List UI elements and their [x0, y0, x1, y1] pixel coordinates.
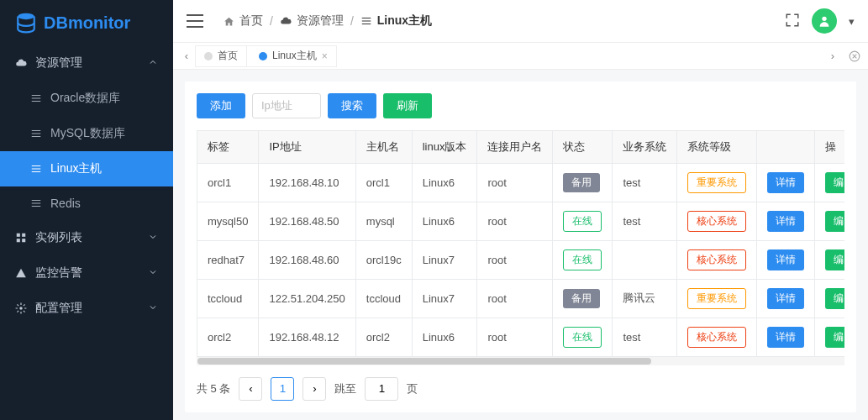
detail-button[interactable]: 详情: [767, 249, 804, 270]
level-badge: 核心系统: [687, 211, 746, 232]
logo-text: DBmonitor: [44, 13, 130, 33]
svg-rect-3: [17, 239, 20, 242]
table-header: 主机名: [355, 130, 412, 163]
cloud-icon: [15, 57, 27, 69]
table-header: 系统等级: [677, 130, 757, 163]
tabbar: ‹ 首页Linux主机× ›: [173, 43, 868, 70]
submenu-item[interactable]: Redis: [0, 186, 173, 220]
tab[interactable]: 首页: [196, 45, 247, 67]
breadcrumb-label: Linux主机: [377, 13, 432, 29]
submenu-item[interactable]: Linux主机: [0, 151, 173, 186]
cell-ip: 122.51.204.250: [259, 279, 355, 318]
tab[interactable]: Linux主机×: [250, 45, 336, 67]
search-button[interactable]: 搜索: [328, 93, 376, 118]
cell-tag: orcl2: [197, 318, 259, 356]
cell-level: 核心系统: [677, 202, 757, 240]
avatar[interactable]: [812, 8, 837, 34]
cell-level: 核心系统: [677, 240, 757, 279]
cell-version: Linux7: [412, 279, 477, 318]
menu-lines-icon: [30, 197, 42, 209]
cell-user: root: [477, 202, 553, 240]
detail-button[interactable]: 详情: [767, 288, 804, 309]
svg-point-6: [822, 17, 826, 21]
page-number-button[interactable]: 1: [271, 377, 294, 401]
close-all-tabs-icon[interactable]: [846, 50, 863, 62]
table-row: tccloud 122.51.204.250 tccloud Linux7 ro…: [197, 279, 845, 318]
menu-lines-icon: [30, 92, 42, 104]
menu-lines-icon: [30, 128, 42, 139]
cell-host: tccloud: [355, 279, 412, 318]
cell-user: root: [477, 163, 553, 202]
table-header: 标签: [197, 130, 259, 163]
cell-status: 在线: [553, 240, 613, 279]
menu-group[interactable]: 实例列表: [0, 220, 173, 255]
svg-rect-1: [17, 234, 20, 237]
gear-icon: [15, 302, 27, 314]
close-icon[interactable]: ×: [322, 50, 328, 62]
home-icon: [224, 16, 234, 27]
tab-next-icon[interactable]: ›: [824, 50, 841, 62]
sidebar: DBmonitor 资源管理Oracle数据库MySQL数据库Linux主机Re…: [0, 0, 173, 420]
menu-group[interactable]: 资源管理: [0, 45, 173, 81]
submenu-item-label: Redis: [50, 197, 81, 210]
cell-actions: 详情: [757, 279, 815, 318]
table-header: linux版本: [412, 130, 477, 163]
detail-button[interactable]: 详情: [767, 327, 804, 348]
database-icon: [15, 12, 37, 34]
page-prev-button[interactable]: ‹: [239, 377, 262, 401]
cell-biz: test: [613, 202, 677, 240]
chevron-down-icon: [148, 231, 158, 244]
detail-button[interactable]: 详情: [767, 211, 804, 232]
breadcrumb-item[interactable]: 资源管理: [280, 13, 344, 29]
edit-button[interactable]: 编: [825, 249, 844, 270]
cell-level: 核心系统: [677, 318, 757, 356]
horizontal-scrollbar[interactable]: [197, 357, 844, 365]
breadcrumb-item[interactable]: 首页: [224, 13, 263, 29]
cell-actions: 详情: [757, 163, 815, 202]
jump-label: 跳至: [334, 381, 356, 396]
table-header: 业务系统: [613, 130, 677, 163]
submenu-item[interactable]: Oracle数据库: [0, 81, 173, 116]
table-header: IP地址: [259, 130, 355, 163]
hamburger-icon[interactable]: [187, 14, 203, 28]
cell-status: 备用: [553, 279, 613, 318]
edit-button[interactable]: 编: [825, 327, 844, 348]
status-badge: 备用: [563, 173, 600, 192]
cell-ip: 192.168.48.50: [259, 202, 355, 240]
menu-group-label: 资源管理: [35, 55, 82, 71]
cell-actions: 详情: [757, 202, 815, 240]
edit-button[interactable]: 编: [825, 288, 844, 309]
jump-input[interactable]: [365, 377, 398, 401]
edit-button[interactable]: 编: [825, 172, 844, 193]
tab-prev-icon[interactable]: ‹: [178, 50, 195, 62]
page-next-button[interactable]: ›: [302, 377, 326, 401]
tabs: 首页Linux主机×: [195, 45, 337, 67]
table-header: 操: [815, 130, 844, 163]
refresh-button[interactable]: 刷新: [383, 93, 432, 118]
table-row: mysql50 192.168.48.50 mysql Linux6 root …: [197, 202, 845, 240]
logo[interactable]: DBmonitor: [0, 0, 173, 45]
detail-button[interactable]: 详情: [767, 172, 804, 193]
menu-group-label: 实例列表: [35, 230, 82, 245]
submenu-item-label: MySQL数据库: [50, 126, 125, 141]
cell-status: 在线: [553, 202, 613, 240]
pager: 共 5 条 ‹ 1 › 跳至 页: [197, 377, 844, 401]
cell-version: Linux7: [412, 240, 477, 279]
menu-group[interactable]: 监控告警: [0, 255, 173, 291]
edit-button[interactable]: 编: [825, 211, 844, 232]
main: 首页/资源管理/Linux主机 ▾ ‹ 首页Linux主机× › 添加 搜索: [173, 0, 868, 420]
search-input[interactable]: [252, 93, 321, 118]
cloud-icon: [280, 15, 292, 27]
cell-tag: orcl1: [197, 163, 259, 202]
breadcrumb: 首页/资源管理/Linux主机: [224, 13, 785, 29]
caret-down-icon[interactable]: ▾: [849, 15, 855, 28]
cell-biz: test: [613, 318, 677, 356]
menu-group[interactable]: 配置管理: [0, 291, 173, 326]
table-header: [757, 130, 815, 163]
fullscreen-icon[interactable]: [785, 13, 800, 30]
submenu-item[interactable]: MySQL数据库: [0, 116, 173, 151]
add-button[interactable]: 添加: [197, 93, 245, 118]
status-badge: 在线: [563, 249, 602, 270]
svg-point-0: [18, 13, 34, 20]
cell-biz: [613, 240, 677, 279]
